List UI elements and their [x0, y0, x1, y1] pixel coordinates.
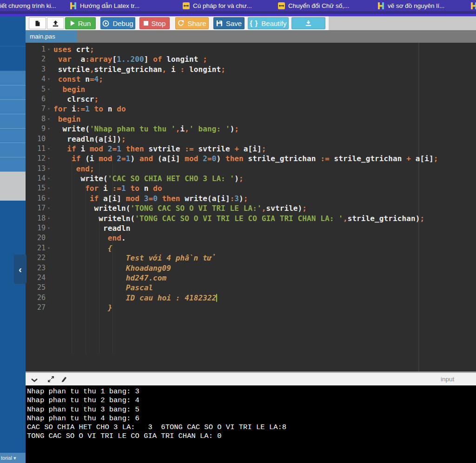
hoc24-h-icon	[470, 2, 476, 9]
code-line[interactable]: 23 Khoadang09	[26, 263, 476, 273]
fold-caret-icon[interactable]: ▾	[46, 114, 52, 124]
line-number: 19	[26, 223, 46, 233]
sidebar-row[interactable]	[0, 46, 26, 71]
line-number: 14	[26, 174, 46, 183]
fold-caret-empty	[46, 293, 52, 303]
fold-caret-icon[interactable]: ▾	[46, 194, 52, 203]
sidebar-row[interactable]	[0, 114, 26, 129]
console-collapse-button[interactable]	[30, 376, 39, 384]
code-editor[interactable]: 1▾uses crt;2 var a:array[1..200] of long…	[26, 43, 476, 372]
line-number: 7	[26, 104, 46, 114]
gutter-cell: 8▾	[26, 114, 53, 124]
code-line[interactable]: 12▾ if (i mod 2=1) and (a[i] mod 2=0) th…	[26, 154, 476, 163]
fold-caret-icon[interactable]: ▾	[46, 214, 52, 223]
code-line[interactable]: 18▾ writeln('TONG CAC SO O VI TRI LE CO …	[26, 214, 476, 223]
bookmark-item[interactable]: Hướng dẫn Latex tr...	[70, 0, 139, 11]
bookmark-label: vẽ sơ đồ nguyên lí...	[388, 2, 444, 9]
sidebar-row[interactable]	[0, 71, 26, 85]
line-number: 26	[26, 293, 46, 303]
fold-caret-icon[interactable]: ▾	[46, 223, 52, 233]
code-line[interactable]: 2 var a:array[1..200] of longint ;	[26, 54, 476, 64]
sidebar-row[interactable]	[0, 129, 26, 143]
console-line: Nhap phan tu thu 2 bang: 4	[27, 396, 476, 405]
gutter-cell: 5▾	[26, 85, 53, 94]
tab-main-pas[interactable]: main.pas	[26, 30, 77, 43]
run-button[interactable]: Run	[65, 17, 96, 29]
share-button[interactable]: Share	[175, 17, 209, 29]
fold-caret-empty	[46, 134, 52, 144]
fold-caret-icon[interactable]: ▾	[46, 104, 52, 114]
stop-button[interactable]: Stop	[139, 17, 170, 29]
fold-caret-icon[interactable]: ▾	[46, 124, 52, 134]
fold-caret-icon[interactable]: ▾	[46, 45, 52, 54]
fold-caret-icon[interactable]: ▾	[46, 243, 52, 253]
sidebar-row[interactable]	[0, 157, 26, 172]
save-button[interactable]: Save	[213, 17, 245, 29]
debug-button[interactable]: Debug	[100, 17, 135, 29]
code-text: clrscr;	[53, 94, 99, 104]
console-expand-button[interactable]	[46, 376, 55, 384]
code-line[interactable]: 20 end.	[26, 233, 476, 243]
fold-caret-icon[interactable]: ▾	[46, 174, 52, 183]
beautify-button[interactable]: { } Beautify	[248, 17, 289, 29]
code-line[interactable]: 22 Test với 4 phần tử	[26, 253, 476, 263]
code-text: Pascal	[53, 283, 153, 293]
bookmark-item[interactable]: Chuyển đổi Chữ số,...	[278, 0, 349, 11]
editor-tab-bar: main.pas	[26, 30, 476, 43]
code-line[interactable]: 13▾ end;	[26, 164, 476, 174]
code-line[interactable]: 9▾ write('Nhap phan tu thu ',i,' bang: '…	[26, 124, 476, 134]
fold-caret-icon[interactable]: ▾	[46, 154, 52, 163]
sidebar-row[interactable]	[0, 172, 26, 201]
code-line[interactable]: 5▾ begin	[26, 85, 476, 94]
fold-caret-icon[interactable]: ▾	[46, 74, 52, 84]
fold-caret-icon[interactable]: ▾	[46, 203, 52, 213]
code-line[interactable]: 4▾ const n=4;	[26, 74, 476, 84]
code-line[interactable]: 14▾ write('CAC SO CHIA HET CHO 3 LA: ');	[26, 174, 476, 183]
bookmark-item[interactable]: vẽ sơ đồ nguyên lí...	[377, 0, 444, 11]
code-line[interactable]: 19▾ readln	[26, 223, 476, 233]
new-file-icon	[34, 20, 40, 27]
debug-icon	[102, 20, 109, 27]
sidebar-footer-link[interactable]: torial ▾	[0, 453, 26, 463]
run-label: Run	[78, 20, 91, 27]
collapse-sidebar-button[interactable]: ‹	[14, 254, 26, 284]
code-line[interactable]: 10 readln(a[i]);	[26, 134, 476, 144]
fold-caret-icon[interactable]: ▾	[46, 85, 52, 94]
console-output[interactable]: Nhap phan tu thu 1 bang: 3Nhap phan tu t…	[26, 385, 476, 463]
upload-button[interactable]	[47, 17, 64, 29]
download-button[interactable]	[291, 17, 325, 29]
sidebar-row[interactable]	[0, 85, 26, 100]
code-line[interactable]: 6 clrscr;	[26, 94, 476, 104]
code-line[interactable]: 24 hd247.com	[26, 273, 476, 283]
console-line: Nhap phan tu thu 1 bang: 3	[27, 387, 476, 396]
code-line[interactable]: 8▾ begin	[26, 114, 476, 124]
sidebar-row[interactable]	[0, 16, 26, 46]
code-line[interactable]: 26 ID cau hoi : 4182322	[26, 293, 476, 303]
code-line[interactable]: 3 svtrile,strile_gtrichan, i : longint;	[26, 65, 476, 74]
gutter-cell: 17▾	[26, 203, 53, 213]
fold-caret-icon[interactable]: ▾	[46, 144, 52, 154]
code-line[interactable]: 1▾uses crt;	[26, 45, 476, 54]
fold-caret-icon[interactable]: ▾	[46, 183, 52, 193]
code-line[interactable]: 7▾for i:=1 to n do	[26, 104, 476, 114]
bookmark-item[interactable]: iết chương trình ki...	[0, 0, 56, 11]
new-file-button[interactable]	[29, 17, 46, 29]
bookmark-item[interactable]	[470, 0, 476, 11]
hoc24-h-icon	[70, 2, 77, 9]
swap-arrows-yellow-icon	[183, 2, 190, 9]
sidebar-row[interactable]	[0, 143, 26, 157]
code-line[interactable]: 21▾ {	[26, 243, 476, 253]
code-line[interactable]: 27 }	[26, 303, 476, 313]
bookmark-item[interactable]: Cú pháp for và chư...	[183, 0, 252, 11]
debug-label: Debug	[112, 20, 133, 27]
code-line[interactable]: 15▾ for i :=1 to n do	[26, 183, 476, 193]
gutter-cell: 23	[26, 263, 53, 273]
code-line[interactable]: 25 Pascal	[26, 283, 476, 293]
sidebar-row[interactable]	[0, 100, 26, 114]
code-line[interactable]: 16▾ if a[i] mod 3=0 then write(a[i]:3);	[26, 194, 476, 203]
code-line[interactable]: 17▾ writeln('TONG CAC SO O VI TRI LE LA:…	[26, 203, 476, 213]
gutter-cell: 10	[26, 134, 53, 144]
code-line[interactable]: 11▾ if i mod 2=1 then svtrile := svtrile…	[26, 144, 476, 154]
fold-caret-icon[interactable]: ▾	[46, 164, 52, 174]
console-pen-button[interactable]	[60, 376, 68, 384]
